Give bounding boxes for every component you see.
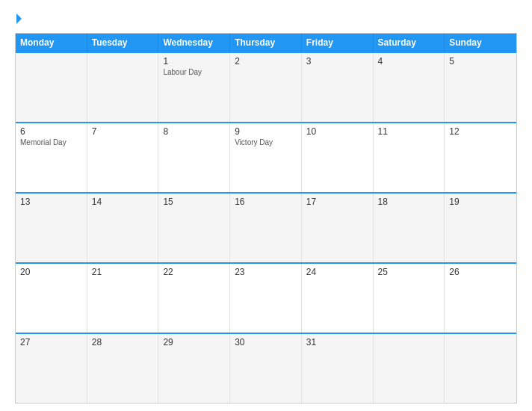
cell-day-number: 18 [378,197,440,207]
cal-week-5: 2728293031 [16,333,516,403]
cal-cell: 9Victory Day [230,123,302,192]
cal-cell: 11 [374,123,445,192]
cell-day-number: 19 [449,197,512,207]
cal-cell: 8 [158,123,230,192]
cell-day-number: 1 [163,56,225,67]
cell-day-number: 12 [449,126,512,137]
cell-day-number: 9 [235,126,297,137]
cal-header-saturday: Saturday [374,34,445,52]
cal-cell: 14 [87,194,159,262]
cal-cell: 22 [158,264,230,333]
cal-cell [16,53,87,122]
cell-day-number: 28 [92,337,154,347]
cell-day-number: 15 [163,197,225,207]
cal-cell: 17 [302,194,374,262]
cal-cell: 31 [302,334,374,403]
cal-cell: 23 [230,264,302,333]
cal-cell: 20 [16,264,87,333]
cal-cell: 7 [87,123,159,192]
logo [15,13,22,24]
cal-cell: 12 [445,123,516,192]
cal-cell: 1Labour Day [158,53,230,122]
calendar-body: 1Labour Day23456Memorial Day789Victory D… [16,52,516,403]
cal-week-1: 1Labour Day2345 [16,52,516,122]
cell-day-number: 26 [449,267,512,277]
cell-day-number: 20 [20,267,82,277]
cell-day-number: 30 [235,337,297,347]
cell-day-number: 4 [378,56,440,67]
cell-day-number: 11 [378,126,440,137]
cell-day-number: 13 [20,197,82,207]
cal-cell: 2 [230,53,302,122]
cell-day-number: 23 [235,267,297,277]
cell-day-number: 22 [163,267,225,277]
logo-blue-text [15,13,22,24]
cell-day-number: 14 [92,197,154,207]
cal-cell [445,334,516,403]
cal-cell: 21 [87,264,159,333]
cell-day-number: 16 [235,197,297,207]
cal-header-wednesday: Wednesday [158,34,230,52]
cell-day-number: 27 [20,337,82,347]
cell-event-label: Victory Day [235,138,297,146]
cell-day-number: 21 [92,267,154,277]
cal-cell: 27 [16,334,87,403]
cal-week-2: 6Memorial Day789Victory Day101112 [16,122,516,192]
cell-day-number: 3 [306,56,368,67]
cal-cell: 4 [374,53,445,122]
cell-day-number: 2 [235,56,297,67]
cal-cell: 26 [445,264,516,333]
cal-header-monday: Monday [16,34,87,52]
page: MondayTuesdayWednesdayThursdayFridaySatu… [0,0,532,411]
cal-week-4: 20212223242526 [16,262,516,333]
cal-cell [374,334,445,403]
cal-cell: 30 [230,334,302,403]
cell-day-number: 25 [378,267,440,277]
cal-cell: 3 [302,53,374,122]
cal-cell: 29 [158,334,230,403]
cal-cell: 28 [87,334,159,403]
calendar-header-row: MondayTuesdayWednesdayThursdayFridaySatu… [16,34,516,52]
cal-cell: 25 [374,264,445,333]
cell-day-number: 8 [163,126,225,137]
cell-event-label: Memorial Day [20,138,82,146]
cal-cell: 16 [230,194,302,262]
cal-cell: 5 [445,53,516,122]
cal-cell [87,53,159,122]
cell-day-number: 5 [449,56,512,67]
calendar: MondayTuesdayWednesdayThursdayFridaySatu… [15,33,517,404]
cal-cell: 10 [302,123,374,192]
cell-day-number: 24 [306,267,368,277]
cal-header-sunday: Sunday [445,34,516,52]
cal-header-friday: Friday [302,34,374,52]
cal-cell: 24 [302,264,374,333]
cell-day-number: 17 [306,197,368,207]
cell-day-number: 29 [163,337,225,347]
cal-cell: 19 [445,194,516,262]
cell-day-number: 7 [92,126,154,137]
cal-header-thursday: Thursday [230,34,302,52]
cal-week-3: 13141516171819 [16,192,516,262]
logo-triangle-icon [16,13,22,24]
cal-cell: 18 [374,194,445,262]
cal-header-tuesday: Tuesday [87,34,159,52]
cell-day-number: 6 [20,126,82,137]
header [15,13,517,24]
cell-event-label: Labour Day [163,68,225,76]
cal-cell: 6Memorial Day [16,123,87,192]
cell-day-number: 31 [306,337,368,347]
cal-cell: 13 [16,194,87,262]
cal-cell: 15 [158,194,230,262]
cell-day-number: 10 [306,126,368,137]
